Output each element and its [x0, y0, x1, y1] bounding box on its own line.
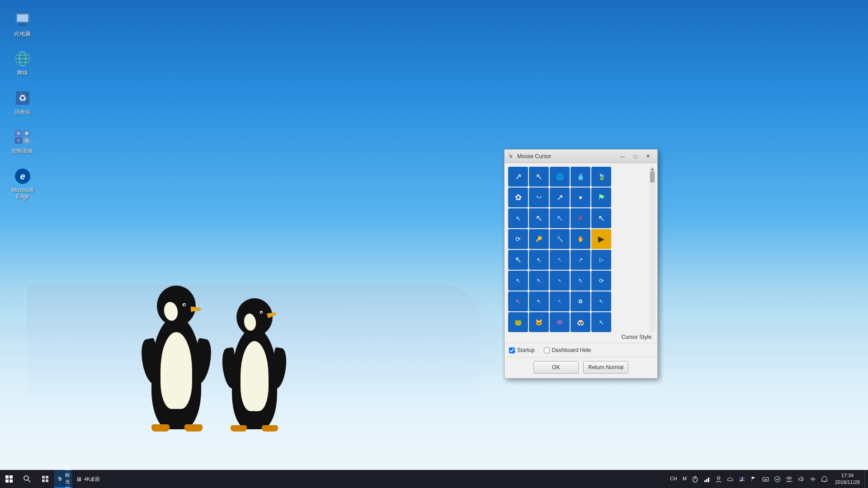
- flag-tray-icon: [750, 476, 757, 483]
- cursor-cell-5-2[interactable]: ↖: [550, 271, 570, 291]
- cursor-cell-1-3[interactable]: ♥: [571, 188, 590, 207]
- tray-cloud-icon[interactable]: [725, 470, 736, 488]
- cursor-cell-3-4-selected[interactable]: ▶: [591, 229, 611, 249]
- tray-flag-icon[interactable]: [748, 470, 760, 488]
- tray-task-icon[interactable]: [736, 470, 748, 488]
- control-panel-icon-label: 控制面板: [12, 148, 33, 154]
- windows-logo: [5, 475, 13, 483]
- control-panel-icon: [14, 128, 32, 146]
- cursor-cell-1-4[interactable]: ⚑: [591, 188, 611, 207]
- desktop-icon-edge[interactable]: e Microsoft Edge: [5, 165, 41, 202]
- cursor-cell-0-3[interactable]: 💧: [571, 167, 590, 187]
- language-selector[interactable]: CH: [667, 470, 680, 488]
- taskbar-task-view-button[interactable]: [36, 470, 54, 488]
- cursor-cell-7-2[interactable]: 👾: [550, 312, 570, 332]
- cursor-cell-5-3[interactable]: ↖: [571, 271, 590, 291]
- svg-rect-26: [42, 479, 45, 482]
- cursor-cell-3-2[interactable]: 🔧: [550, 229, 570, 249]
- cursor-grid-scrollbar[interactable]: [649, 167, 656, 332]
- clock-date: 2018/11/28: [835, 479, 860, 486]
- startup-option[interactable]: Startup: [509, 347, 535, 353]
- cursor-cell-7-4[interactable]: ↖: [591, 312, 611, 332]
- svg-rect-4: [14, 12, 31, 13]
- penguin-left: [140, 280, 212, 429]
- desktop-icon-computer[interactable]: 此电脑: [5, 9, 41, 39]
- ime-tray-icon: 中: [809, 476, 816, 483]
- cursor-cell-2-1[interactable]: ↖: [529, 208, 549, 228]
- show-desktop-button[interactable]: [864, 470, 868, 488]
- cursor-cell-6-4[interactable]: ↖: [591, 291, 611, 311]
- svg-point-18: [17, 139, 20, 142]
- cursor-cell-7-3[interactable]: 🐼: [571, 312, 590, 332]
- taskbar-search-button[interactable]: [18, 470, 36, 488]
- svg-rect-31: [704, 480, 706, 482]
- scroll-thumb[interactable]: [650, 171, 655, 183]
- cursor-cell-2-0[interactable]: ↖: [508, 208, 528, 228]
- dashboard-hide-checkbox[interactable]: [544, 347, 550, 353]
- dialog-close-button[interactable]: ✕: [642, 152, 654, 161]
- cursor-cell-0-2[interactable]: 🌐: [550, 167, 570, 187]
- tray-people-icon[interactable]: [713, 470, 725, 488]
- cursor-cell-4-4[interactable]: ▷: [591, 250, 611, 270]
- desktop-icon-network[interactable]: 网络: [5, 48, 41, 78]
- cursor-cell-4-2[interactable]: ↖: [550, 250, 570, 270]
- svg-rect-33: [708, 478, 709, 482]
- taskbar-pinned-4k-desktop[interactable]: 🖥 4K桌面: [72, 470, 104, 488]
- cursor-cell-2-2[interactable]: ↖: [550, 208, 570, 228]
- dialog-titlebar[interactable]: 🖱 Mouse Cursor — □ ✕: [505, 150, 657, 163]
- cursor-grid: ↗ ↖ 🌐 💧 🍃 ✿ ↖• ↗ ♥ ⚑ ↖ ↖ ↖ ✗ ↖ ⟳ 🔑 🔧 ✋ ▶: [508, 167, 648, 332]
- speaker-tray-icon: [797, 476, 804, 483]
- scroll-up-arrow[interactable]: [651, 168, 654, 170]
- startup-checkbox[interactable]: [509, 347, 515, 353]
- svg-point-44: [789, 477, 792, 479]
- taskbar-pinned-mouse-cursor[interactable]: 🖱 鼠标光标: [54, 470, 72, 488]
- cursor-cell-7-1[interactable]: 🐱: [529, 312, 549, 332]
- cursor-cell-6-3[interactable]: ✿: [571, 291, 590, 311]
- cursor-cell-6-1[interactable]: ↖: [529, 291, 549, 311]
- cursor-cell-1-2[interactable]: ↗: [550, 188, 570, 207]
- return-normal-button[interactable]: Return Normal: [583, 361, 628, 374]
- cursor-cell-4-1[interactable]: ↖: [529, 250, 549, 270]
- cursor-cell-7-0[interactable]: 🐸: [508, 312, 528, 332]
- cursor-cell-5-1[interactable]: ↖: [529, 271, 549, 291]
- cursor-cell-0-0[interactable]: ↗: [508, 167, 528, 187]
- tray-speaker-icon[interactable]: [795, 470, 807, 488]
- desktop-icon-control-panel[interactable]: 控制面板: [5, 126, 41, 156]
- tray-people2-icon[interactable]: [783, 470, 795, 488]
- cursor-cell-3-0[interactable]: ⟳: [508, 229, 528, 249]
- tray-mouse-icon[interactable]: [689, 470, 701, 488]
- dashboard-hide-option[interactable]: Dashboard Hide: [544, 347, 591, 353]
- tray-network-icon[interactable]: [701, 470, 713, 488]
- dialog-title-icon: 🖱: [508, 153, 514, 160]
- cursor-cell-5-0[interactable]: ↖: [508, 271, 528, 291]
- svg-point-22: [24, 476, 28, 480]
- cursor-cell-5-4[interactable]: ⟳: [591, 271, 611, 291]
- cursor-cell-1-1[interactable]: ↖•: [529, 188, 549, 207]
- desktop-icon-recycle[interactable]: ♻ 回收站: [5, 87, 41, 117]
- tray-keyboard-icon[interactable]: [760, 470, 772, 488]
- taskbar-start-button[interactable]: [0, 470, 18, 488]
- cursor-cell-3-1[interactable]: 🔑: [529, 229, 549, 249]
- cursor-cell-6-0[interactable]: ↖: [508, 291, 528, 311]
- cursor-cell-0-1[interactable]: ↖: [529, 167, 549, 187]
- cursor-cell-6-2[interactable]: ↖: [550, 291, 570, 311]
- dialog-minimize-button[interactable]: —: [617, 152, 628, 161]
- ok-button[interactable]: OK: [533, 361, 579, 374]
- cursor-cell-2-3[interactable]: ✗: [571, 208, 590, 228]
- cursor-cell-4-3[interactable]: ↗: [571, 250, 590, 270]
- language-ime-area: CH M: [667, 470, 689, 488]
- ime-selector[interactable]: M: [680, 470, 689, 488]
- cursor-cell-0-4[interactable]: 🍃: [591, 167, 611, 187]
- cursor-grid-area: ↗ ↖ 🌐 💧 🍃 ✿ ↖• ↗ ♥ ⚑ ↖ ↖ ↖ ✗ ↖ ⟳ 🔑 🔧 ✋ ▶: [505, 163, 657, 332]
- cursor-cell-4-0[interactable]: ↖: [508, 250, 528, 270]
- tray-security-icon[interactable]: [772, 470, 783, 488]
- dialog-maximize-button[interactable]: □: [629, 152, 641, 161]
- tray-notification-icon[interactable]: [819, 470, 830, 488]
- taskbar-clock[interactable]: 17:34 2018/11/28: [830, 472, 864, 486]
- cursor-cell-2-4[interactable]: ↖: [591, 208, 611, 228]
- network-tray-icon: [703, 476, 710, 483]
- cursor-cell-1-0[interactable]: ✿: [508, 188, 528, 207]
- cursor-cell-3-3[interactable]: ✋: [571, 229, 590, 249]
- tray-ime-icon[interactable]: 中: [807, 470, 819, 488]
- mouse-cursor-dialog: 🖱 Mouse Cursor — □ ✕ ↗ ↖ 🌐 💧 🍃 ✿ ↖• ↗ ♥ …: [504, 149, 658, 379]
